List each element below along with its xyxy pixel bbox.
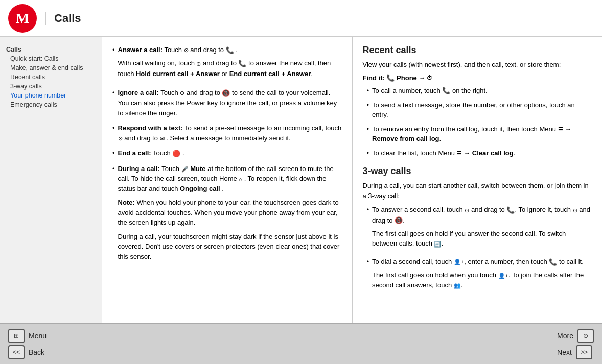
- sidebar-item-emergency[interactable]: Emergency calls: [4, 100, 98, 109]
- back-label: Back: [29, 348, 44, 356]
- sidebar-item-make-answer[interactable]: Make, answer & end calls: [4, 63, 98, 72]
- menu-button[interactable]: ⊞ Menu: [8, 329, 47, 343]
- recent-calls-bullet-1: • To call a number, touch 📞 on the right…: [363, 86, 592, 96]
- threeway-sub1: The first call goes on hold if you answe…: [372, 229, 592, 249]
- more-button[interactable]: More ⊙: [557, 329, 594, 343]
- end-call-text: Touch: [153, 149, 172, 157]
- green-phone-icon2: 📞: [238, 59, 246, 69]
- merge-icon: 👥: [454, 281, 461, 290]
- recent-calls-description: View your calls (with newest first), and…: [363, 60, 592, 70]
- circle-icon4: ⊙: [118, 134, 123, 143]
- sidebar-item-recent-calls[interactable]: Recent calls: [4, 72, 98, 82]
- sidebar-item-your-phone[interactable]: Your phone number: [4, 91, 98, 100]
- call-icon-1: 📞: [442, 86, 450, 96]
- more-label: More: [557, 332, 573, 340]
- sidebar-item-calls[interactable]: Calls: [4, 45, 98, 54]
- bullet-ignore-call: • Ignore a call: Touch ⊙ and drag to 📵 t…: [112, 88, 342, 118]
- circle-icon5: ⊙: [465, 206, 469, 215]
- page-title: Calls: [45, 12, 81, 25]
- home-icon: ⌂: [239, 175, 242, 184]
- switch-icon: 🔄: [434, 240, 441, 249]
- add-contact-icon: 👤+: [454, 258, 464, 266]
- add-icon: 👤+: [498, 272, 508, 280]
- sidebar-item-3way-calls[interactable]: 3-way calls: [4, 82, 98, 91]
- respond-text-body: To send a pre-set message to an incoming…: [184, 124, 341, 132]
- message-icon: ✉: [160, 134, 165, 143]
- recent-calls-bullet-4: • To clear the list, touch Menu ☰ → Clea…: [363, 148, 592, 158]
- content-area: • Answer a call: Touch ⊙ and drag to 📞 .…: [102, 37, 602, 323]
- ongoing-call-label: Ongoing call: [180, 185, 220, 192]
- menu-icon-2: ☰: [457, 149, 462, 158]
- bullet-answer-call: • Answer a call: Touch ⊙ and drag to 📞 .…: [112, 45, 342, 83]
- threeway-bullet-1: • To answer a second call, touch ⊙ and d…: [363, 205, 592, 253]
- red-phone-icon2: 📵: [395, 215, 403, 226]
- recent-calls-bullet-2: • To send a text message, store the numb…: [363, 100, 592, 120]
- motorola-logo: M: [8, 4, 37, 33]
- menu-label: Menu: [29, 332, 47, 340]
- answer-call-text: Touch: [164, 46, 183, 54]
- respond-text-label: Respond with a text:: [118, 124, 183, 132]
- next-label: Next: [557, 348, 572, 356]
- menu-icon-1: ☰: [558, 125, 563, 134]
- left-panel: • Answer a call: Touch ⊙ and drag to 📞 .…: [102, 37, 353, 323]
- answer-call-label: Answer a call:: [118, 46, 163, 54]
- end-call-label: End a call:: [118, 149, 151, 157]
- right-panel: Recent calls View your calls (with newes…: [353, 37, 603, 323]
- bullet-during-call: • During a call: Touch 🎤 Mute at the bot…: [112, 164, 342, 266]
- end-call-icon: 🔴: [172, 149, 180, 159]
- green-phone-icon4: 📞: [549, 257, 557, 268]
- footer-right: More ⊙ Next >>: [557, 329, 594, 359]
- bullet-respond-text: • Respond with a text: To send a pre-set…: [112, 123, 342, 143]
- circle-icon3: ⊙: [180, 89, 184, 98]
- recent-calls-title: Recent calls: [363, 45, 592, 56]
- answer-call-sub: With call waiting on, touch ⊙ and drag t…: [118, 58, 342, 79]
- threeway-calls-description: During a call, you can start another cal…: [363, 181, 592, 201]
- mute-label: Mute: [190, 165, 205, 173]
- during-call-label: During a call:: [118, 165, 160, 173]
- recent-calls-bullet-3: • To remove an entry from the call log, …: [363, 124, 592, 144]
- find-it-phone-icon: 📞: [386, 74, 395, 82]
- find-it-clock-icon: ⏱: [425, 75, 432, 81]
- next-icon: >>: [576, 345, 592, 359]
- find-it-label: Find it:: [363, 74, 385, 82]
- circle-icon: ⊙: [184, 46, 189, 55]
- threeway-sub2: The first call goes on hold when you tou…: [372, 270, 592, 290]
- during-call-note2: During a call, your touchscreen might st…: [118, 232, 342, 262]
- sidebar-item-quick-start[interactable]: Quick start: Calls: [4, 54, 98, 63]
- during-call-note: Note: When you hold your phone to your e…: [118, 198, 342, 228]
- bullet-end-call: • End a call: Touch 🔴 .: [112, 148, 342, 158]
- threeway-bullet-2: • To dial a second call, touch 👤+, enter…: [363, 257, 592, 294]
- header: M Calls: [0, 0, 602, 37]
- menu-icon-btn: ⊞: [8, 329, 25, 343]
- green-phone-icon: 📞: [226, 45, 234, 56]
- green-phone-icon3: 📞: [506, 205, 515, 215]
- sidebar: Calls Quick start: Calls Make, answer & …: [0, 37, 102, 323]
- mic-icon: 🎤: [181, 165, 189, 174]
- main-layout: Calls Quick start: Calls Make, answer & …: [0, 37, 602, 323]
- back-icon: <<: [8, 345, 25, 359]
- back-button[interactable]: << Back: [8, 345, 47, 359]
- threeway-calls-title: 3-way calls: [363, 166, 592, 177]
- ignore-call-text: Touch: [160, 89, 180, 96]
- footer: ⊞ Menu << Back More ⊙ Next >>: [0, 323, 602, 364]
- during-call-text: Touch: [161, 165, 181, 173]
- logo-letter: M: [16, 10, 29, 27]
- note-label: Note:: [118, 199, 135, 206]
- red-phone-icon: 📵: [222, 88, 230, 99]
- circle-icon6: ⊙: [573, 206, 577, 215]
- ignore-call-label: Ignore a call:: [118, 89, 159, 96]
- circle-icon2: ⊙: [196, 60, 201, 68]
- next-button[interactable]: Next >>: [557, 345, 594, 359]
- more-icon: ⊙: [577, 329, 594, 343]
- footer-left: ⊞ Menu << Back: [8, 329, 47, 359]
- find-it-row: Find it: 📞 Phone → ⏱: [363, 74, 592, 82]
